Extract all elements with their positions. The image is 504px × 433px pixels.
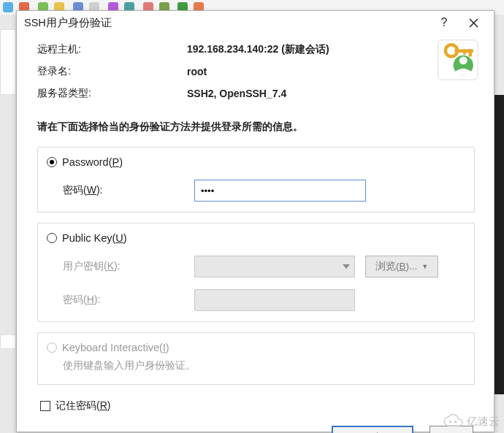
background-panel-left xyxy=(0,29,16,95)
dialog-title: SSH用户身份验证 xyxy=(24,16,429,30)
server-type-label: 服务器类型: xyxy=(37,87,187,100)
watermark: 亿速云 xyxy=(442,414,500,429)
browse-button-label: 浏览(B)... xyxy=(375,260,417,273)
remote-host-label: 远程主机: xyxy=(37,43,187,56)
background-panel-left-2 xyxy=(0,334,16,349)
instruction-text: 请在下面选择恰当的身份验证方法并提供登录所需的信息。 xyxy=(37,120,475,134)
remember-password-label: 记住密码(R) xyxy=(56,399,110,413)
chevron-down-icon xyxy=(343,264,350,269)
password-input[interactable] xyxy=(194,180,366,202)
radio-password[interactable]: Password(P) xyxy=(47,156,462,168)
radio-icon xyxy=(47,157,57,167)
method-keyboard: Keyboard Interactive(I) 使用键盘输入用户身份验证。 xyxy=(37,332,475,385)
password-field-label: 密码(W): xyxy=(63,184,194,197)
svg-point-9 xyxy=(449,421,451,423)
user-key-icon xyxy=(437,39,479,81)
close-icon xyxy=(469,18,478,28)
ok-button[interactable]: 确定 xyxy=(332,426,413,433)
watermark-text: 亿速云 xyxy=(467,415,500,429)
server-type-value: SSH2, OpenSSH_7.4 xyxy=(187,88,286,99)
radio-publickey[interactable]: Public Key(U) xyxy=(47,232,462,244)
background-dark-right xyxy=(494,95,504,394)
connection-info: 远程主机: 192.168.234.140:22 (新建会话) 登录名: roo… xyxy=(37,39,475,104)
caret-down-icon: ▼ xyxy=(421,263,428,270)
method-password: Password(P) 密码(W): xyxy=(37,147,475,212)
userkey-select xyxy=(194,256,355,277)
help-button[interactable]: ? xyxy=(429,12,459,33)
checkbox-icon xyxy=(40,401,50,411)
radio-icon xyxy=(47,233,57,243)
cloud-icon xyxy=(442,414,464,429)
titlebar: SSH用户身份验证 ? xyxy=(17,11,494,34)
pk-pass-label: 密码(H): xyxy=(63,294,194,307)
radio-keyboard-label: Keyboard Interactive(I) xyxy=(62,342,169,353)
method-publickey: Public Key(U) 用户密钥(K): 浏览(B)... ▼ 密码(H): xyxy=(37,223,475,322)
radio-publickey-label: Public Key(U) xyxy=(62,232,127,244)
close-button[interactable] xyxy=(459,12,488,33)
ssh-auth-dialog: SSH用户身份验证 ? 远程主机: 192.168.234.140:22 (新建… xyxy=(16,10,495,432)
dialog-buttons: 确定 取 xyxy=(37,426,475,433)
radio-keyboard[interactable]: Keyboard Interactive(I) xyxy=(47,342,462,353)
login-label: 登录名: xyxy=(37,65,187,78)
remote-host-value: 192.168.234.140:22 (新建会话) xyxy=(187,43,329,56)
remember-password-checkbox[interactable]: 记住密码(R) xyxy=(40,399,475,413)
radio-password-label: Password(P) xyxy=(62,156,123,168)
svg-point-4 xyxy=(459,56,467,64)
keyboard-helper-text: 使用键盘输入用户身份验证。 xyxy=(63,359,462,372)
pk-passphrase-input xyxy=(194,289,355,311)
login-value: root xyxy=(187,66,207,77)
browse-button: 浏览(B)... ▼ xyxy=(365,256,438,277)
userkey-field-label: 用户密钥(K): xyxy=(63,260,194,273)
svg-rect-7 xyxy=(469,50,473,57)
svg-rect-8 xyxy=(463,50,466,55)
svg-point-10 xyxy=(454,421,457,423)
radio-icon xyxy=(47,342,57,353)
